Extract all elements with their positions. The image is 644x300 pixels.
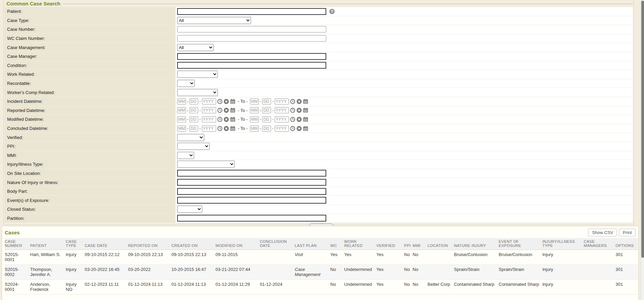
verified-label: Verified: <box>4 133 175 142</box>
cell-options-link[interactable]: 301 <box>616 280 638 295</box>
clock-icon[interactable] <box>217 117 223 122</box>
show-csv-button[interactable]: Show CSV <box>588 229 617 236</box>
form-row-ppi: PPI: <box>4 142 633 151</box>
clock-icon[interactable] <box>290 108 295 113</box>
events-of-exposure-input[interactable] <box>177 197 326 204</box>
reported-from-mm-input[interactable] <box>177 107 186 113</box>
modified-to-yyyy-input[interactable] <box>275 116 289 122</box>
clock-icon[interactable] <box>217 108 223 113</box>
case-management-select[interactable]: All <box>177 44 214 51</box>
cell-options-link[interactable]: 301 <box>616 265 638 280</box>
clear-icon[interactable] <box>224 108 229 113</box>
calendar-icon[interactable] <box>230 99 235 104</box>
modified-to-mm-input[interactable] <box>250 116 259 122</box>
condition-label: Condition: <box>4 61 175 70</box>
recordable-label: Recordable: <box>4 79 175 88</box>
cases-panel: Cases Show CSV Print CASE NUMBER PATIENT… <box>2 226 639 300</box>
clock-icon[interactable] <box>217 126 223 131</box>
cell-injury-illness-type: Injury <box>542 250 584 265</box>
form-row-body-part: Body Part: <box>4 187 633 196</box>
incident-to-mm-input[interactable] <box>250 98 259 105</box>
clock-icon[interactable] <box>217 99 223 104</box>
case-type-select[interactable]: All <box>177 17 251 24</box>
clear-icon[interactable] <box>296 117 302 122</box>
case-manager-label: Case Manager: <box>4 52 175 61</box>
case-number-input[interactable] <box>177 26 326 32</box>
case-type-label: Case Type: <box>4 16 175 25</box>
nature-of-injury-input[interactable] <box>177 179 326 186</box>
col-case-number: CASE NUMBER <box>5 238 30 250</box>
concluded-to-dd-input[interactable] <box>262 125 271 132</box>
concluded-from-mm-input[interactable] <box>177 125 186 132</box>
cell-work-related: Undetermined <box>344 265 376 280</box>
clock-icon[interactable] <box>290 117 295 122</box>
reported-to-mm-input[interactable] <box>250 107 259 113</box>
cell-last-plan: Visit <box>295 250 330 265</box>
calendar-icon[interactable] <box>303 99 308 104</box>
print-button[interactable]: Print <box>619 229 636 236</box>
body-part-input[interactable] <box>177 188 326 195</box>
incident-from-mm-input[interactable] <box>177 98 186 105</box>
clear-icon[interactable] <box>296 108 302 113</box>
date-dash: - <box>260 99 261 104</box>
form-row-concluded-datetime: Concluded Datetime: - - - To - - - <box>4 124 633 133</box>
modified-from-dd-input[interactable] <box>189 116 198 122</box>
work-related-select[interactable] <box>177 71 218 78</box>
calendar-icon[interactable] <box>303 126 308 131</box>
partition-input[interactable] <box>177 215 326 222</box>
date-dash: - <box>199 126 201 131</box>
clear-icon[interactable] <box>224 126 229 131</box>
cell-options-link[interactable]: 301 <box>616 250 638 265</box>
calendar-icon[interactable] <box>230 126 235 131</box>
modified-from-mm-input[interactable] <box>177 116 186 122</box>
clear-icon[interactable] <box>296 99 302 104</box>
reported-from-dd-input[interactable] <box>189 107 198 113</box>
clear-icon[interactable] <box>296 126 302 131</box>
clock-icon[interactable] <box>290 126 295 131</box>
scrollbar-thumb[interactable] <box>641 1 644 258</box>
form-legend: Common Case Search <box>4 0 633 7</box>
cell-verified: Yes <box>376 265 404 280</box>
cell-case-managers <box>584 280 616 295</box>
date-dash: - <box>260 117 261 122</box>
condition-input[interactable] <box>177 62 326 69</box>
injury-illness-type-select[interactable] <box>177 161 235 168</box>
closed-status-select[interactable] <box>177 206 202 213</box>
vertical-scrollbar[interactable] <box>641 0 644 300</box>
modified-to-dd-input[interactable] <box>262 116 271 122</box>
verified-select[interactable] <box>177 134 204 141</box>
concluded-from-dd-input[interactable] <box>189 125 198 132</box>
incident-to-dd-input[interactable] <box>262 98 271 105</box>
ppi-select[interactable] <box>177 143 210 150</box>
calendar-icon[interactable] <box>303 108 308 113</box>
cell-nature-injury: Bruise/Contusion <box>454 250 499 265</box>
reported-to-dd-input[interactable] <box>262 107 271 113</box>
calendar-icon[interactable] <box>303 117 308 122</box>
table-row: S2015-0001 Hart, William S. Injury 09-10… <box>5 250 638 265</box>
case-manager-input[interactable] <box>177 53 326 60</box>
concluded-to-mm-input[interactable] <box>250 125 259 132</box>
col-patient: PATIENT <box>30 238 66 250</box>
recordable-select[interactable] <box>177 80 195 87</box>
concluded-to-yyyy-input[interactable] <box>275 125 289 132</box>
incident-to-yyyy-input[interactable] <box>275 98 289 105</box>
reported-from-yyyy-input[interactable] <box>202 107 216 113</box>
modified-from-yyyy-input[interactable] <box>202 116 216 122</box>
incident-from-yyyy-input[interactable] <box>202 98 216 105</box>
clock-icon[interactable] <box>290 99 295 104</box>
reported-to-yyyy-input[interactable] <box>275 107 289 113</box>
clear-icon[interactable] <box>224 99 229 104</box>
on-site-location-input[interactable] <box>177 170 326 177</box>
mmi-select[interactable] <box>177 152 194 159</box>
concluded-from-yyyy-input[interactable] <box>202 125 216 132</box>
patient-input[interactable] <box>177 8 326 15</box>
clear-icon[interactable] <box>224 117 229 122</box>
calendar-icon[interactable] <box>230 108 235 113</box>
cell-location <box>428 265 454 280</box>
wc-claim-number-input[interactable] <box>177 35 326 42</box>
incident-from-dd-input[interactable] <box>189 98 198 105</box>
help-icon[interactable]: ? <box>329 9 335 14</box>
cell-conclusion-date <box>260 265 295 280</box>
workers-comp-related-select[interactable] <box>177 89 218 96</box>
calendar-icon[interactable] <box>230 117 235 122</box>
